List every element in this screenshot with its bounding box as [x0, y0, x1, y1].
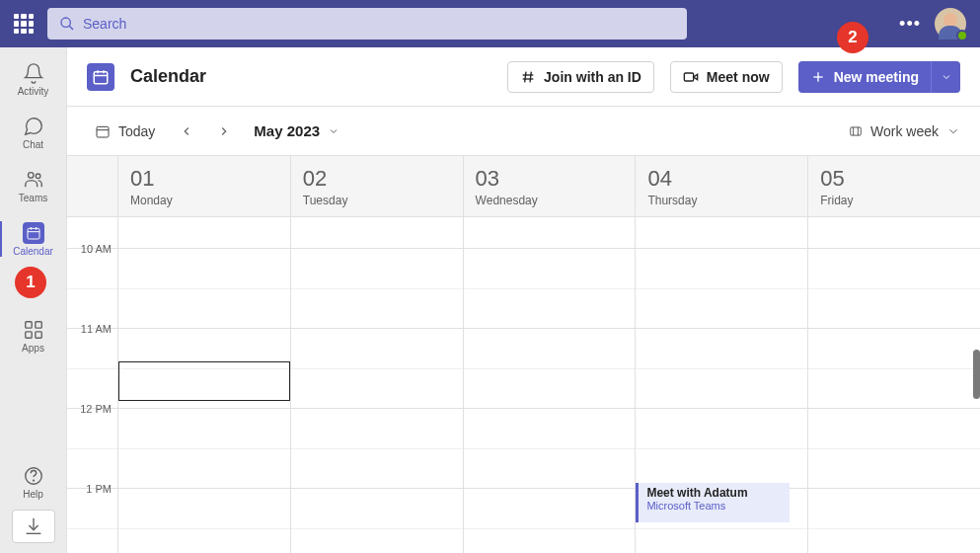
user-avatar[interactable]	[935, 8, 966, 40]
search-box[interactable]	[47, 8, 687, 40]
sidebar-label: Calendar	[13, 246, 53, 257]
svg-line-21	[530, 71, 531, 82]
event-subtitle: Microsoft Teams	[646, 500, 782, 512]
svg-point-0	[61, 18, 70, 27]
button-label: Meet now	[707, 69, 770, 85]
teams-icon	[23, 169, 44, 191]
calendar-app-icon	[87, 63, 114, 91]
day-name: Thursday	[647, 194, 807, 207]
sidebar-item-teams[interactable]: Teams	[0, 160, 67, 211]
sidebar-item-calendar[interactable]: Calendar	[0, 213, 67, 265]
day-name: Wednesday	[476, 194, 636, 207]
plus-icon	[810, 69, 826, 85]
view-selector-button[interactable]: Work week	[849, 123, 960, 139]
chat-icon	[23, 116, 44, 137]
day-number: 01	[130, 166, 290, 192]
button-label: Join with an ID	[544, 69, 641, 85]
svg-point-3	[36, 174, 40, 179]
new-meeting-dropdown[interactable]	[931, 61, 960, 93]
svg-rect-9	[35, 321, 40, 327]
button-label: New meeting	[834, 69, 919, 85]
svg-rect-10	[25, 331, 31, 337]
day-name: Monday	[130, 194, 290, 207]
svg-line-1	[69, 26, 73, 30]
chevron-down-icon	[946, 124, 960, 138]
download-icon	[23, 515, 44, 537]
selected-time-slot[interactable]	[118, 361, 290, 401]
sidebar-item-help[interactable]: Help	[0, 456, 67, 508]
day-name: Friday	[820, 194, 980, 207]
view-icon	[849, 124, 863, 138]
new-meeting-button[interactable]: New meeting	[798, 61, 931, 93]
search-icon	[59, 16, 75, 32]
svg-rect-14	[94, 71, 108, 83]
day-column-thursday[interactable]: 04 Thursday Meet with Adatum Microsoft T…	[636, 156, 808, 553]
svg-rect-8	[25, 321, 31, 327]
chevron-down-icon	[941, 71, 952, 83]
calendar-toolbar: Today May 2023 Work week	[67, 107, 980, 156]
date-picker-button[interactable]: May 2023	[254, 122, 339, 139]
day-column-tuesday[interactable]: 02 Tuesday	[291, 156, 464, 553]
video-icon	[683, 69, 699, 85]
day-header: 05 Friday	[808, 156, 980, 217]
top-bar: •••	[0, 0, 980, 47]
sidebar-label: Chat	[23, 139, 43, 150]
month-text: May 2023	[254, 122, 320, 139]
meet-now-button[interactable]: Meet now	[670, 61, 783, 93]
chevron-down-icon	[328, 125, 339, 137]
today-button[interactable]: Today	[87, 118, 163, 145]
day-number: 05	[820, 166, 980, 192]
page-header: Calendar Join with an ID Meet now New me…	[67, 47, 980, 107]
calendar-grid: 10 AM 11 AM 12 PM 1 PM 01 Monday	[67, 156, 980, 553]
sidebar-label: Activity	[18, 86, 49, 97]
view-label: Work week	[870, 123, 939, 139]
search-input[interactable]	[83, 16, 675, 32]
day-number: 03	[476, 166, 636, 192]
annotation-callout-1: 1	[15, 267, 46, 298]
sidebar-label: Teams	[19, 193, 47, 203]
sidebar-label: Help	[23, 489, 43, 500]
sidebar: Activity Chat Teams Calendar Apps Help	[0, 47, 67, 553]
next-period-button[interactable]	[210, 118, 238, 145]
day-header: 02 Tuesday	[291, 156, 463, 217]
prev-period-button[interactable]	[173, 118, 200, 145]
time-column: 10 AM 11 AM 12 PM 1 PM	[67, 156, 118, 553]
day-header: 04 Thursday	[636, 156, 807, 217]
sidebar-item-chat[interactable]: Chat	[0, 107, 67, 158]
sidebar-label: Apps	[22, 343, 44, 354]
time-label: 1 PM	[86, 483, 112, 495]
chevron-right-icon	[217, 124, 231, 138]
day-column-monday[interactable]: 01 Monday	[118, 156, 291, 553]
app-launcher-icon[interactable]	[14, 14, 34, 34]
svg-rect-4	[28, 228, 39, 239]
calendar-icon	[26, 225, 41, 241]
more-options-icon[interactable]: •••	[899, 14, 921, 35]
svg-point-13	[33, 480, 34, 481]
calendar-event[interactable]: Meet with Adatum Microsoft Teams	[636, 483, 790, 522]
sidebar-item-activity[interactable]: Activity	[0, 53, 67, 105]
time-label: 10 AM	[81, 243, 112, 255]
today-label: Today	[118, 123, 155, 139]
bell-icon	[23, 62, 44, 84]
calendar-today-icon	[95, 123, 111, 139]
annotation-callout-2: 2	[837, 22, 868, 53]
apps-icon	[23, 319, 44, 341]
scrollbar-thumb[interactable]	[973, 350, 980, 399]
day-number: 02	[303, 166, 463, 192]
join-with-id-button[interactable]: Join with an ID	[507, 61, 654, 93]
chevron-left-icon	[180, 124, 193, 138]
page-title: Calendar	[130, 66, 206, 87]
day-column-wednesday[interactable]: 03 Wednesday	[464, 156, 637, 553]
svg-rect-11	[35, 331, 40, 337]
time-label: 12 PM	[80, 403, 112, 415]
svg-rect-27	[851, 126, 862, 134]
download-button[interactable]	[12, 510, 55, 543]
hash-icon	[520, 69, 536, 85]
day-header: 01 Monday	[118, 156, 290, 217]
svg-rect-22	[684, 73, 693, 81]
event-title: Meet with Adatum	[646, 486, 782, 500]
day-column-friday[interactable]: 05 Friday	[808, 156, 980, 553]
sidebar-item-apps[interactable]: Apps	[0, 310, 67, 361]
presence-badge	[956, 30, 968, 41]
day-header: 03 Wednesday	[464, 156, 636, 217]
